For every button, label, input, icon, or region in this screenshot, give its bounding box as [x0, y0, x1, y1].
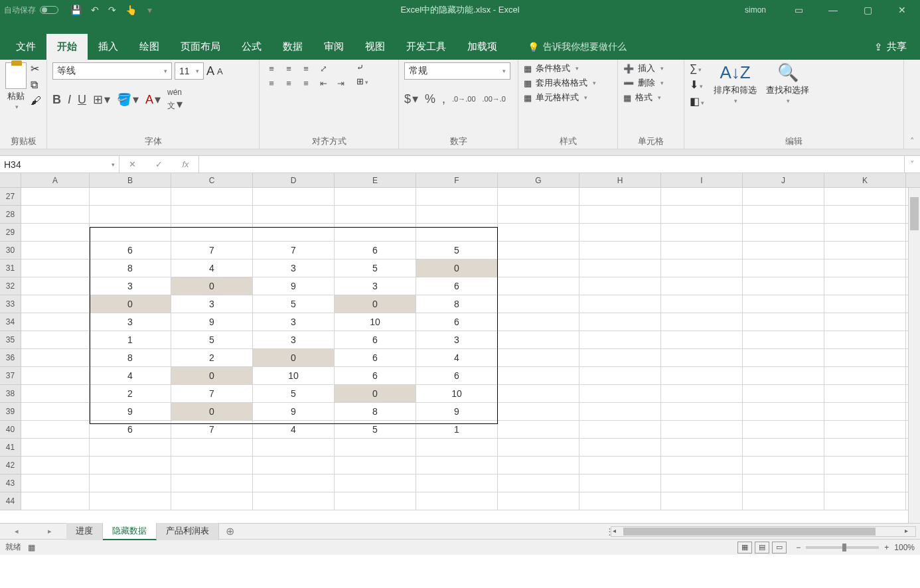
cell[interactable]: [824, 475, 906, 492]
cell[interactable]: [253, 475, 335, 492]
cell[interactable]: 6: [416, 367, 498, 385]
cell[interactable]: [743, 259, 824, 277]
cell[interactable]: [21, 439, 90, 457]
tab-layout[interactable]: 页面布局: [170, 34, 231, 60]
cell[interactable]: [661, 331, 743, 349]
accounting-button[interactable]: $▾: [404, 92, 418, 106]
cell[interactable]: [253, 188, 335, 206]
cell[interactable]: 0: [90, 295, 171, 313]
align-right-icon[interactable]: ≡: [299, 77, 313, 89]
cell[interactable]: 7: [171, 385, 253, 403]
column-header[interactable]: D: [253, 173, 335, 187]
cell[interactable]: [21, 349, 90, 367]
cell[interactable]: [661, 349, 743, 367]
cell[interactable]: [743, 313, 824, 331]
cell[interactable]: [579, 224, 661, 242]
sheet-tab[interactable]: 进度: [66, 523, 103, 540]
cell[interactable]: [171, 475, 253, 492]
format-cells-button[interactable]: ▦格式▾: [623, 92, 664, 104]
cell[interactable]: [824, 188, 906, 206]
cell[interactable]: [416, 439, 498, 457]
cell[interactable]: [824, 313, 906, 331]
column-header[interactable]: C: [171, 173, 253, 187]
cell[interactable]: 8: [90, 259, 171, 277]
cell[interactable]: [21, 331, 90, 349]
sort-filter-button[interactable]: A↓Z 排序和筛选 ▾: [714, 62, 757, 104]
cell[interactable]: [416, 475, 498, 492]
fill-icon[interactable]: ⬇▾: [690, 78, 704, 91]
cell[interactable]: [661, 367, 743, 385]
cell[interactable]: [579, 439, 661, 457]
phonetic-button[interactable]: wén文▾: [167, 88, 183, 111]
cell[interactable]: [498, 188, 579, 206]
cell[interactable]: 0: [171, 403, 253, 421]
cell[interactable]: 0: [171, 367, 253, 385]
cell[interactable]: [335, 492, 416, 510]
cell[interactable]: [498, 313, 579, 331]
merge-cells-icon[interactable]: ⊞▾: [356, 76, 368, 86]
cell[interactable]: [21, 242, 90, 259]
cell[interactable]: 7: [171, 242, 253, 259]
cell[interactable]: [661, 206, 743, 224]
row-header[interactable]: 32: [0, 277, 21, 295]
cell[interactable]: [743, 403, 824, 421]
font-size-combo[interactable]: 11▾: [175, 62, 204, 80]
cell[interactable]: [498, 475, 579, 492]
cell[interactable]: [90, 475, 171, 492]
cell[interactable]: [579, 492, 661, 510]
row-header[interactable]: 33: [0, 295, 21, 313]
cell[interactable]: [335, 224, 416, 242]
cell[interactable]: [335, 206, 416, 224]
align-top-icon[interactable]: ≡: [265, 62, 278, 74]
cell[interactable]: [21, 206, 90, 224]
cell[interactable]: 6: [335, 331, 416, 349]
bold-button[interactable]: B: [52, 93, 61, 107]
cell[interactable]: [824, 295, 906, 313]
row-header[interactable]: 40: [0, 421, 21, 439]
view-page-layout-icon[interactable]: ▤: [755, 542, 769, 553]
cell[interactable]: 3: [253, 331, 335, 349]
cell[interactable]: [743, 206, 824, 224]
cell[interactable]: [743, 349, 824, 367]
orientation-icon[interactable]: ⤢: [317, 62, 330, 74]
cell[interactable]: [335, 475, 416, 492]
cell[interactable]: [416, 457, 498, 475]
copy-icon[interactable]: ⧉: [31, 79, 41, 91]
cell[interactable]: [171, 224, 253, 242]
cell[interactable]: 5: [253, 295, 335, 313]
cell[interactable]: [824, 403, 906, 421]
percent-button[interactable]: %: [425, 92, 435, 106]
cell[interactable]: [824, 349, 906, 367]
tab-formulas[interactable]: 公式: [231, 34, 272, 60]
cell[interactable]: [661, 242, 743, 259]
cell[interactable]: [661, 313, 743, 331]
cell[interactable]: [498, 439, 579, 457]
row-header[interactable]: 44: [0, 492, 21, 510]
cell[interactable]: [661, 403, 743, 421]
cell[interactable]: 10: [335, 313, 416, 331]
share-button[interactable]: ⇪ 共享: [870, 34, 911, 60]
cell[interactable]: [498, 349, 579, 367]
cell[interactable]: [335, 457, 416, 475]
comma-button[interactable]: ,: [442, 92, 445, 106]
name-box[interactable]: H34▾: [0, 156, 119, 173]
cell[interactable]: [498, 457, 579, 475]
cell[interactable]: [498, 224, 579, 242]
cell[interactable]: 0: [416, 259, 498, 277]
cell[interactable]: 0: [335, 295, 416, 313]
cell[interactable]: [743, 277, 824, 295]
undo-icon[interactable]: ↶: [91, 5, 99, 15]
cell[interactable]: 10: [416, 385, 498, 403]
cell[interactable]: [21, 492, 90, 510]
view-page-break-icon[interactable]: ▭: [772, 542, 787, 553]
fx-icon[interactable]: fx: [182, 159, 189, 169]
vertical-scrollbar[interactable]: [908, 188, 920, 523]
qat-dropdown-icon[interactable]: ▾: [147, 5, 152, 15]
cell[interactable]: [661, 385, 743, 403]
sheet-nav-next-icon[interactable]: ▸: [48, 527, 52, 536]
increase-decimal-icon[interactable]: .0→.00: [452, 95, 475, 103]
cell[interactable]: [253, 206, 335, 224]
cell[interactable]: [661, 188, 743, 206]
cell[interactable]: 8: [416, 295, 498, 313]
cell[interactable]: [661, 421, 743, 439]
